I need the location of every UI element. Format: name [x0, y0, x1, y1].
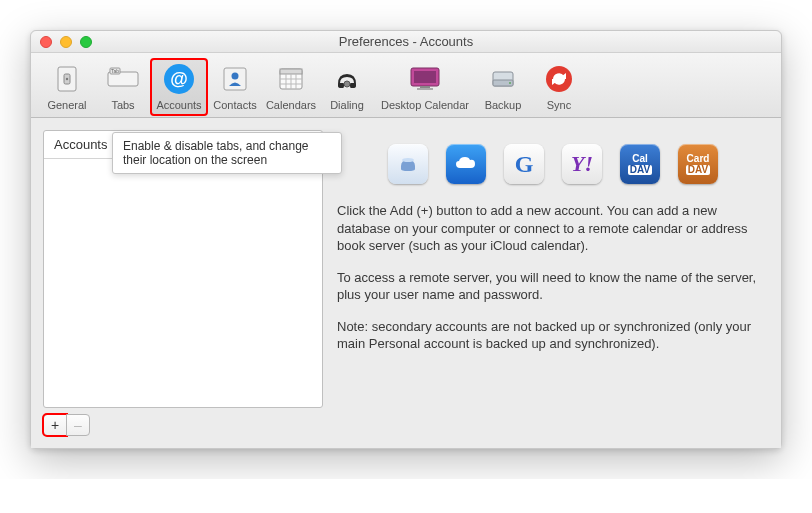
toolbar: General Tab Tabs @ Accounts: [31, 53, 781, 118]
toolbar-item-contacts[interactable]: Contacts: [207, 59, 263, 115]
service-carddav-icon[interactable]: Card DAV: [678, 144, 718, 184]
accounts-sidebar: Accounts Enable & disable tabs, and chan…: [43, 130, 323, 436]
svg-rect-20: [420, 86, 430, 88]
backup-icon: [485, 61, 521, 97]
caldav-label: Cal DAV: [628, 154, 652, 175]
toolbar-item-accounts[interactable]: @ Accounts: [151, 59, 207, 115]
carddav-label: Card DAV: [686, 154, 710, 175]
toolbar-label: Accounts: [156, 99, 201, 111]
service-yahoo-icon[interactable]: Y!: [562, 144, 602, 184]
svg-rect-21: [417, 88, 433, 90]
toolbar-item-backup[interactable]: Backup: [475, 59, 531, 115]
toolbar-item-tabs[interactable]: Tab Tabs: [95, 59, 151, 115]
preferences-window: Preferences - Accounts General Tab: [30, 30, 782, 449]
details-panel: G Y! Cal DAV Card DAV Click the Add (+) …: [337, 130, 769, 436]
toolbar-item-sync[interactable]: Sync: [531, 59, 587, 115]
general-icon: [49, 61, 85, 97]
sync-icon: [541, 61, 577, 97]
service-caldav-icon[interactable]: Cal DAV: [620, 144, 660, 184]
toolbar-label: Tabs: [111, 99, 134, 111]
svg-rect-19: [414, 71, 436, 83]
contacts-icon: [217, 61, 253, 97]
toolbar-label: Calendars: [266, 99, 316, 111]
content-area: Accounts Enable & disable tabs, and chan…: [31, 118, 781, 448]
toolbar-label: Backup: [485, 99, 522, 111]
minus-icon: –: [74, 417, 82, 433]
accounts-list-body: [44, 159, 322, 407]
toolbar-label: Dialing: [330, 99, 364, 111]
svg-point-9: [232, 73, 239, 80]
dialing-icon: [329, 61, 365, 97]
info-paragraph: To access a remote server, you will need…: [337, 269, 769, 304]
titlebar: Preferences - Accounts: [31, 31, 781, 53]
service-apple-icon[interactable]: [388, 144, 428, 184]
svg-point-2: [66, 78, 68, 80]
service-icloud-icon[interactable]: [446, 144, 486, 184]
toolbar-label: Desktop Calendar: [381, 99, 469, 111]
svg-text:@: @: [170, 69, 188, 89]
list-controls: + –: [43, 414, 323, 436]
service-google-icon[interactable]: G: [504, 144, 544, 184]
tabs-icon: Tab: [105, 61, 141, 97]
calendars-icon: [273, 61, 309, 97]
accounts-icon: @: [161, 61, 197, 97]
toolbar-item-calendars[interactable]: Calendars: [263, 59, 319, 115]
add-account-button[interactable]: +: [43, 414, 67, 436]
toolbar-label: Contacts: [213, 99, 256, 111]
info-paragraph: Click the Add (+) button to add a new ac…: [337, 202, 769, 255]
service-icons-row: G Y! Cal DAV Card DAV: [337, 130, 769, 202]
toolbar-item-desktop-calendar[interactable]: Desktop Calendar: [375, 59, 475, 115]
svg-point-26: [402, 158, 414, 162]
svg-rect-11: [280, 69, 302, 74]
svg-text:Tab: Tab: [111, 68, 119, 74]
remove-account-button[interactable]: –: [66, 414, 90, 436]
desktop-calendar-icon: [407, 61, 443, 97]
plus-icon: +: [51, 417, 59, 433]
tooltip: Enable & disable tabs, and change their …: [112, 132, 342, 174]
svg-point-17: [344, 81, 350, 87]
svg-point-24: [509, 82, 511, 84]
toolbar-item-dialing[interactable]: Dialing: [319, 59, 375, 115]
info-text: Click the Add (+) button to add a new ac…: [337, 202, 769, 367]
toolbar-label: Sync: [547, 99, 571, 111]
info-paragraph: Note: secondary accounts are not backed …: [337, 318, 769, 353]
toolbar-label: General: [47, 99, 86, 111]
accounts-list[interactable]: Accounts Enable & disable tabs, and chan…: [43, 130, 323, 408]
window-title: Preferences - Accounts: [31, 34, 781, 49]
toolbar-item-general[interactable]: General: [39, 59, 95, 115]
